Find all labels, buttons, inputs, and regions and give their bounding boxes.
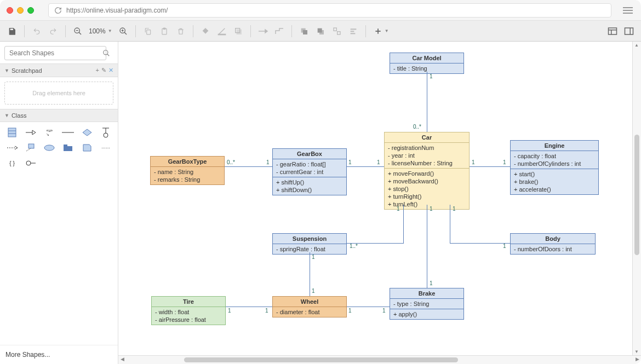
class-title: Engine xyxy=(511,141,598,151)
class-wheel[interactable]: Wheel - diameter : float xyxy=(272,296,347,317)
shape-diamond[interactable] xyxy=(79,126,95,138)
shape-dependency-arrow[interactable] xyxy=(4,142,20,154)
chevron-down-icon: ▼ xyxy=(385,28,389,33)
vertical-scrollbar[interactable]: ▲ ▼ xyxy=(632,42,641,355)
window-controls xyxy=(7,7,34,14)
shape-n-ary[interactable]: ⋯⋯ xyxy=(98,142,113,154)
shape-line[interactable] xyxy=(60,126,76,138)
shape-required-interface[interactable] xyxy=(23,157,38,169)
svg-rect-21 xyxy=(334,28,336,31)
class-gearbox[interactable]: GearBox - gearRatio : float[] - currentG… xyxy=(272,148,347,195)
svg-rect-20 xyxy=(317,28,322,32)
class-title: Wheel xyxy=(273,297,346,307)
class-gearboxtype[interactable]: GearBoxType - name : String - remarks : … xyxy=(150,156,225,185)
class-title: Tire xyxy=(152,297,225,307)
shape-ellipse[interactable] xyxy=(42,142,57,154)
maximize-window-icon[interactable] xyxy=(27,7,34,14)
format-panel-button[interactable] xyxy=(621,24,637,39)
class-car[interactable]: Car - registrationNum - year : int - lic… xyxy=(384,132,470,210)
assoc-car-gearbox xyxy=(347,166,384,167)
edit-icon[interactable]: ✎ xyxy=(101,67,106,74)
reload-icon xyxy=(54,7,62,14)
class-panel-label: Class xyxy=(12,112,27,119)
mult-label: 1 xyxy=(348,159,352,165)
shape-association-class[interactable] xyxy=(23,142,38,154)
search-shapes-input[interactable] xyxy=(4,46,106,60)
zoom-in-button[interactable] xyxy=(116,24,131,39)
shape-interface-lollipop[interactable] xyxy=(98,126,113,138)
horizontal-scrollbar[interactable]: ◀ ▶ xyxy=(118,355,641,364)
class-brake[interactable]: Brake - type : String + apply() xyxy=(390,288,464,320)
save-button[interactable] xyxy=(4,24,20,39)
scratchpad-panel-header[interactable]: ▼ Scratchpad + ✎ ✕ xyxy=(0,63,118,77)
svg-rect-18 xyxy=(303,30,307,34)
scroll-down-icon: ▼ xyxy=(634,349,639,354)
shape-constraint[interactable]: { } xyxy=(4,157,20,169)
mult-label: 1 xyxy=(503,243,506,249)
paste-button[interactable] xyxy=(157,24,172,39)
svg-rect-0 xyxy=(623,7,633,8)
shadow-button[interactable] xyxy=(231,24,246,39)
group-button[interactable] xyxy=(329,24,345,39)
to-front-button[interactable] xyxy=(296,24,312,39)
assoc-suspension-wheel xyxy=(310,252,310,296)
waypoint-style-button[interactable] xyxy=(272,24,287,39)
mult-label: 1 xyxy=(430,73,433,79)
fill-color-button[interactable] xyxy=(198,24,213,39)
hamburger-menu-icon[interactable] xyxy=(621,4,634,17)
class-body[interactable]: Body - numberOfDoors : int xyxy=(510,233,596,255)
delete-button[interactable] xyxy=(173,24,188,39)
class-engine[interactable]: Engine - capacity : float - numberOfCyli… xyxy=(510,140,599,195)
assoc-wheel-brake xyxy=(347,307,390,307)
close-window-icon[interactable] xyxy=(7,7,13,14)
class-carmodel[interactable]: Car Model - title : String xyxy=(390,53,464,74)
mult-label: 1 xyxy=(377,159,380,165)
scrollbar-thumb[interactable] xyxy=(634,135,639,255)
minimize-window-icon[interactable] xyxy=(17,7,24,14)
class-suspension[interactable]: Suspension - springRate : float xyxy=(272,233,347,255)
to-back-button[interactable] xyxy=(313,24,328,39)
align-button[interactable] xyxy=(346,24,361,39)
shape-package[interactable] xyxy=(60,142,76,154)
shape-note[interactable] xyxy=(79,142,95,154)
shape-palette: «u»↘ ⋯⋯ { } xyxy=(0,122,118,174)
close-icon[interactable]: ✕ xyxy=(108,67,113,74)
shape-usage-label[interactable]: «u»↘ xyxy=(42,126,57,138)
more-shapes-button[interactable]: More Shapes... xyxy=(0,345,118,364)
scratchpad-dropzone[interactable]: Drag elements here xyxy=(4,82,113,105)
sidebar: ▼ Scratchpad + ✎ ✕ Drag elements here ▼ … xyxy=(0,42,118,364)
canvas-area: Car Model - title : String Car - registr… xyxy=(118,42,641,364)
main: ▼ Scratchpad + ✎ ✕ Drag elements here ▼ … xyxy=(0,42,641,364)
scrollbar-thumb[interactable] xyxy=(184,357,458,362)
titlebar: https://online.visual-paradigm.com/ xyxy=(0,0,641,21)
zoom-level-dropdown[interactable]: 100%▼ xyxy=(87,27,115,35)
svg-rect-24 xyxy=(350,31,354,32)
connection-style-button[interactable] xyxy=(255,24,271,39)
copy-button[interactable] xyxy=(140,24,156,39)
zoom-out-button[interactable] xyxy=(70,24,85,39)
add-button[interactable] xyxy=(370,24,386,39)
scroll-up-icon: ▲ xyxy=(634,43,639,48)
url-bar[interactable]: https://online.visual-paradigm.com/ xyxy=(48,3,611,18)
mult-label: 1 xyxy=(312,254,315,260)
class-title: Suspension xyxy=(273,234,346,244)
svg-rect-35 xyxy=(8,128,16,137)
shape-generalization-arrow[interactable] xyxy=(23,126,38,138)
class-panel-header[interactable]: ▼ Class xyxy=(0,109,118,122)
redo-button[interactable] xyxy=(45,24,61,39)
mult-label: 1 xyxy=(430,280,433,286)
collapse-icon: ▼ xyxy=(4,113,9,118)
scroll-left-icon: ◀ xyxy=(118,356,126,362)
svg-rect-31 xyxy=(625,28,633,34)
class-tire[interactable]: Tire - width : float - airPressure : flo… xyxy=(151,296,226,325)
add-icon[interactable]: + xyxy=(96,67,99,74)
outline-panel-button[interactable] xyxy=(605,24,620,39)
undo-button[interactable] xyxy=(29,24,44,39)
svg-rect-23 xyxy=(350,28,356,30)
diagram-canvas[interactable]: Car Model - title : String Car - registr… xyxy=(118,42,641,355)
toolbar: 100%▼ ▼ xyxy=(0,21,641,42)
scratchpad-label: Scratchpad xyxy=(12,67,42,74)
shape-class-box[interactable] xyxy=(4,126,20,138)
line-color-button[interactable] xyxy=(214,24,230,39)
mult-label: 1 xyxy=(397,206,400,212)
